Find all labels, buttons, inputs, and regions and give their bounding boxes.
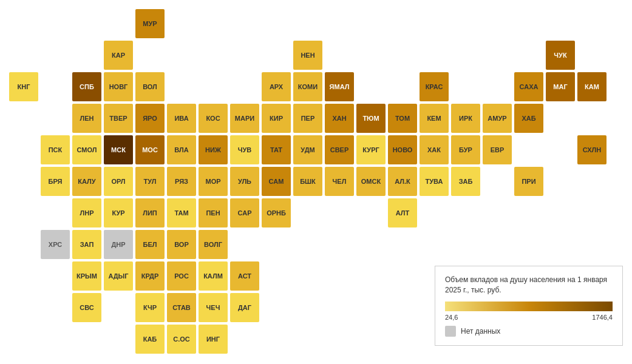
cell-кур[interactable]: КУР (104, 198, 133, 228)
cell-уль[interactable]: УЛЬ (230, 167, 259, 196)
cell-мари[interactable]: МАРИ (230, 104, 259, 133)
cell-хаб[interactable]: ХАБ (514, 104, 543, 133)
cell-чел[interactable]: ЧЕЛ (325, 167, 354, 196)
cell-кнг[interactable]: КНГ (9, 72, 38, 101)
legend-bar (445, 302, 613, 311)
cell-омск[interactable]: ОМСК (356, 167, 386, 196)
legend-nodata-label: Нет данных (461, 327, 500, 335)
legend-nodata: Нет данных (445, 326, 613, 337)
cell-кар[interactable]: КАР (104, 41, 133, 70)
cell-крым[interactable]: КРЫМ (72, 261, 101, 291)
cell-заб[interactable]: ЗАБ (451, 167, 480, 196)
cell-лип[interactable]: ЛИП (135, 198, 165, 228)
cell-твер[interactable]: ТВЕР (104, 104, 133, 133)
cell-нен[interactable]: НЕН (293, 41, 322, 70)
cell-тат[interactable]: ТАТ (262, 135, 291, 164)
cell-ново[interactable]: НОВО (388, 135, 417, 164)
cell-сар[interactable]: САР (230, 198, 259, 228)
cell-чув[interactable]: ЧУВ (230, 135, 259, 164)
cell-мск[interactable]: МСК (104, 135, 133, 164)
cell-кир[interactable]: КИР (262, 104, 291, 133)
cell-там[interactable]: ТАМ (167, 198, 196, 228)
cell-кам[interactable]: КАМ (577, 72, 607, 101)
cell-саха[interactable]: САХА (514, 72, 543, 101)
cell-чук[interactable]: ЧУК (546, 41, 575, 70)
cell-при[interactable]: ПРИ (514, 167, 543, 196)
cell-бшк[interactable]: БШК (293, 167, 322, 196)
cell-яро[interactable]: ЯРО (135, 104, 165, 133)
cell-тул[interactable]: ТУЛ (135, 167, 165, 196)
cell-маг[interactable]: МАГ (546, 72, 575, 101)
cell-кчр[interactable]: КЧР (135, 293, 165, 322)
legend: Объем вкладов на душу населения на 1 янв… (435, 266, 623, 346)
cell-лен[interactable]: ЛЕН (72, 104, 101, 133)
cell-удм[interactable]: УДМ (293, 135, 322, 164)
cell-мос[interactable]: МОС (135, 135, 165, 164)
cell-пер[interactable]: ПЕР (293, 104, 322, 133)
cell-адыг[interactable]: АДЫГ (104, 261, 133, 291)
cell-хрс[interactable]: ХРС (41, 230, 70, 259)
cell-рос[interactable]: РОС (167, 261, 196, 291)
cell-сам[interactable]: САМ (262, 167, 291, 196)
cell-аст[interactable]: АСТ (230, 261, 259, 291)
cell-кос[interactable]: КОС (199, 104, 228, 133)
cell-днр[interactable]: ДНР (104, 230, 133, 259)
cell-бур[interactable]: БУР (451, 135, 480, 164)
cell-амур[interactable]: АМУР (483, 104, 512, 133)
cell-мур[interactable]: МУР (135, 9, 165, 38)
cell-тюм[interactable]: ТЮМ (356, 104, 386, 133)
cell-спб[interactable]: СПБ (72, 72, 101, 101)
cell-арх[interactable]: АРХ (262, 72, 291, 101)
cell-ирк[interactable]: ИРК (451, 104, 480, 133)
cell-крас[interactable]: КРАС (420, 72, 449, 101)
cell-кург[interactable]: КУРГ (356, 135, 386, 164)
cell-чеч[interactable]: ЧЕЧ (199, 293, 228, 322)
legend-min: 24,6 (445, 314, 458, 321)
cell-свс[interactable]: СВС (72, 293, 101, 322)
cell-инг[interactable]: ИНГ (199, 325, 228, 354)
cell-смол[interactable]: СМОЛ (72, 135, 101, 164)
legend-nodata-box (445, 326, 456, 337)
cell-ива[interactable]: ИВА (167, 104, 196, 133)
cell-вла[interactable]: ВЛА (167, 135, 196, 164)
cell-ал.к[interactable]: АЛ.К (388, 167, 417, 196)
cell-пен[interactable]: ПЕН (199, 198, 228, 228)
cell-схлн[interactable]: СХЛН (577, 135, 607, 164)
cell-ямал[interactable]: ЯМАЛ (325, 72, 354, 101)
cell-крдр[interactable]: КРДР (135, 261, 165, 291)
cell-каб[interactable]: КАБ (135, 325, 165, 354)
cell-зап[interactable]: ЗАП (72, 230, 101, 259)
cell-хак[interactable]: ХАК (420, 135, 449, 164)
cell-вол[interactable]: ВОЛ (135, 72, 165, 101)
legend-title: Объем вкладов на душу населения на 1 янв… (445, 275, 613, 295)
cell-тува[interactable]: ТУВА (420, 167, 449, 196)
cell-кем[interactable]: КЕМ (420, 104, 449, 133)
cell-том[interactable]: ТОМ (388, 104, 417, 133)
cell-ниж[interactable]: НИЖ (199, 135, 228, 164)
cell-мор[interactable]: МОР (199, 167, 228, 196)
cell-даг[interactable]: ДАГ (230, 293, 259, 322)
cell-калу[interactable]: КАЛУ (72, 167, 101, 196)
cell-лнр[interactable]: ЛНР (72, 198, 101, 228)
legend-labels: 24,6 1746,4 (445, 314, 613, 321)
cell-вор[interactable]: ВОР (167, 230, 196, 259)
cell-пск[interactable]: ПСК (41, 135, 70, 164)
cell-став[interactable]: СТАВ (167, 293, 196, 322)
cell-с.ос[interactable]: С.ОС (167, 325, 196, 354)
cell-орл[interactable]: ОРЛ (104, 167, 133, 196)
cell-евр[interactable]: ЕВР (483, 135, 512, 164)
cell-новг[interactable]: НОВГ (104, 72, 133, 101)
cell-волг[interactable]: ВОЛГ (199, 230, 228, 259)
cell-калм[interactable]: КАЛМ (199, 261, 228, 291)
cell-хан[interactable]: ХАН (325, 104, 354, 133)
cell-коми[interactable]: КОМИ (293, 72, 322, 101)
cell-алт[interactable]: АЛТ (388, 198, 417, 228)
cell-ряз[interactable]: РЯЗ (167, 167, 196, 196)
legend-max: 1746,4 (592, 314, 613, 321)
cell-бел[interactable]: БЕЛ (135, 230, 165, 259)
cell-бря[interactable]: БРЯ (41, 167, 70, 196)
cell-орнб[interactable]: ОРНБ (262, 198, 291, 228)
cell-свер[interactable]: СВЕР (325, 135, 354, 164)
